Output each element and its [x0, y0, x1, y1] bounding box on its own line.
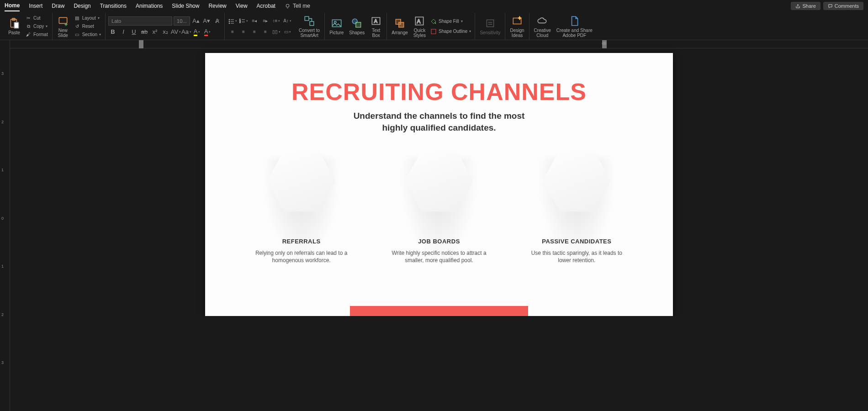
- ruler-stop-left: [139, 40, 143, 48]
- share-icon: [795, 4, 800, 9]
- picture-button[interactable]: Picture: [328, 16, 345, 36]
- share-button[interactable]: Share: [791, 2, 820, 10]
- svg-rect-20: [356, 22, 361, 27]
- canvas-area[interactable]: RECRUITING CHANNELS Understand the chann…: [10, 40, 868, 316]
- channel-body: Write highly specific notices to attract…: [375, 249, 503, 264]
- ruler-v-tick: 1: [1, 264, 4, 269]
- tab-transitions[interactable]: Transitions: [100, 1, 127, 11]
- clipboard-small: ✂Cut ⧉Copy▾ 🖌Format: [24, 15, 49, 38]
- tab-draw[interactable]: Draw: [52, 1, 64, 11]
- paste-button[interactable]: Paste: [6, 16, 22, 36]
- channel-title: PASSIVE CANDIDATES: [513, 238, 640, 245]
- bold-button[interactable]: B: [108, 27, 117, 37]
- tab-review[interactable]: Review: [208, 1, 226, 11]
- align-left-button[interactable]: ≡: [228, 27, 238, 37]
- cut-button[interactable]: ✂Cut: [24, 15, 49, 22]
- format-painter-button[interactable]: 🖌Format: [24, 31, 49, 38]
- increase-font-button[interactable]: A▴: [191, 16, 201, 26]
- change-case-button[interactable]: Aa: [182, 27, 191, 37]
- superscript-button[interactable]: x²: [150, 27, 159, 37]
- align-right-button[interactable]: ≡: [249, 27, 259, 37]
- font-color-button[interactable]: A: [203, 27, 212, 37]
- increase-indent-button[interactable]: ≡▸: [260, 16, 270, 26]
- slide-title[interactable]: RECRUITING CHANNELS: [205, 78, 673, 105]
- picture-icon: [331, 17, 343, 29]
- copy-button[interactable]: ⧉Copy▾: [24, 23, 49, 30]
- creative-cloud-button[interactable]: Creative Cloud: [532, 14, 553, 39]
- adobe-pdf-button[interactable]: Create and Share Adobe PDF: [555, 14, 594, 39]
- char-spacing-button[interactable]: AV: [171, 27, 180, 37]
- font-name-input[interactable]: [108, 16, 172, 26]
- font-size-input[interactable]: [174, 16, 190, 26]
- columns-button[interactable]: ▯▯: [271, 27, 281, 37]
- svg-text:2: 2: [239, 21, 241, 23]
- tab-animations[interactable]: Animations: [136, 1, 163, 11]
- ruler-v-tick: 3: [1, 360, 4, 365]
- decrease-font-button[interactable]: A▾: [202, 16, 211, 26]
- brush-icon: 🖌: [25, 32, 32, 38]
- svg-rect-2: [12, 18, 16, 20]
- paste-label: Paste: [8, 30, 20, 35]
- shape-outline-label: Shape Outline: [439, 29, 467, 34]
- picture-label: Picture: [329, 30, 344, 35]
- channel-body: Relying only on referrals can lead to a …: [238, 249, 365, 264]
- line-spacing-button[interactable]: ↕≡: [271, 16, 281, 26]
- shape-format-stack: Shape Fill▾ Shape Outline▾: [429, 18, 472, 35]
- insert-group: Picture Shapes A Text Box: [325, 13, 387, 40]
- tab-acrobat[interactable]: Acrobat: [257, 1, 275, 11]
- channel-jobboards[interactable]: JOB BOARDS Write highly specific notices…: [375, 147, 503, 274]
- creative-cloud-label: Creative Cloud: [534, 28, 551, 38]
- design-ideas-icon: [511, 15, 523, 27]
- tab-home[interactable]: Home: [5, 0, 20, 11]
- slide-subtitle[interactable]: Understand the channels to find the most…: [205, 110, 673, 133]
- align-center-button[interactable]: ≡: [238, 27, 249, 37]
- ruler-h-tick: 6: [604, 41, 607, 46]
- section-button[interactable]: ▭Section▾: [73, 31, 102, 38]
- channel-referrals[interactable]: REFERRALS Relying only on referrals can …: [238, 147, 365, 274]
- tab-design[interactable]: Design: [74, 1, 90, 11]
- slide[interactable]: RECRUITING CHANNELS Understand the chann…: [205, 53, 673, 316]
- outline-icon: [430, 28, 437, 35]
- justify-button[interactable]: ≡: [260, 27, 270, 37]
- tab-slideshow[interactable]: Slide Show: [172, 1, 199, 11]
- copy-label: Copy: [33, 24, 44, 29]
- bullets-button[interactable]: [228, 16, 238, 26]
- textbox-button[interactable]: A Text Box: [368, 14, 384, 39]
- horizontal-ruler: 6 5 4 3 2 1 0 1 2 3 4 5 6 RECRUITING CHA…: [10, 40, 868, 48]
- clear-format-button[interactable]: A̷: [212, 16, 222, 26]
- shape-fill-button[interactable]: Shape Fill▾: [429, 18, 472, 25]
- underline-button[interactable]: U: [129, 27, 138, 37]
- reset-button[interactable]: ↺Reset: [73, 23, 102, 30]
- tab-view[interactable]: View: [236, 1, 248, 11]
- sensitivity-icon: [484, 17, 496, 29]
- tell-me[interactable]: Tell me: [285, 3, 310, 9]
- adobe-pdf-label: Create and Share Adobe PDF: [556, 28, 593, 38]
- italic-button[interactable]: I: [119, 27, 128, 37]
- ruler-v-tick: 0: [1, 216, 4, 221]
- new-slide-button[interactable]: New Slide: [55, 14, 71, 39]
- align-text-button[interactable]: ▭: [282, 27, 292, 37]
- convert-smartart-button[interactable]: Convert to SmartArt: [297, 14, 322, 39]
- fill-icon: [430, 18, 437, 25]
- ribbon: Paste ✂Cut ⧉Copy▾ 🖌Format New Slide ▤Lay…: [0, 12, 868, 40]
- quick-styles-button[interactable]: A Quick Styles: [412, 14, 428, 39]
- vertical-ruler: 3 2 1 0 1 2 3: [0, 40, 10, 411]
- shape-outline-button[interactable]: Shape Outline▾: [429, 28, 472, 35]
- layout-button[interactable]: ▤Layout▾: [73, 15, 102, 22]
- sensitivity-button[interactable]: Sensitivity: [478, 16, 502, 36]
- design-ideas-button[interactable]: Design Ideas: [508, 14, 526, 39]
- tab-insert[interactable]: Insert: [29, 1, 42, 11]
- svg-rect-24: [399, 22, 404, 27]
- arrange-icon: [394, 17, 406, 29]
- channel-passive[interactable]: PASSIVE CANDIDATES Use this tactic spari…: [513, 147, 640, 274]
- text-direction-button[interactable]: A↕: [282, 16, 292, 26]
- strike-button[interactable]: ab: [140, 27, 149, 37]
- highlight-button[interactable]: A: [192, 27, 201, 37]
- comments-button[interactable]: Comments: [823, 2, 863, 10]
- arrange-button[interactable]: Arrange: [390, 16, 410, 36]
- numbering-button[interactable]: 12: [238, 16, 249, 26]
- decrease-indent-button[interactable]: ≡◂: [249, 16, 259, 26]
- subscript-button[interactable]: x₂: [161, 27, 170, 37]
- shapes-button[interactable]: Shapes: [347, 16, 366, 36]
- tell-me-label: Tell me: [293, 3, 310, 9]
